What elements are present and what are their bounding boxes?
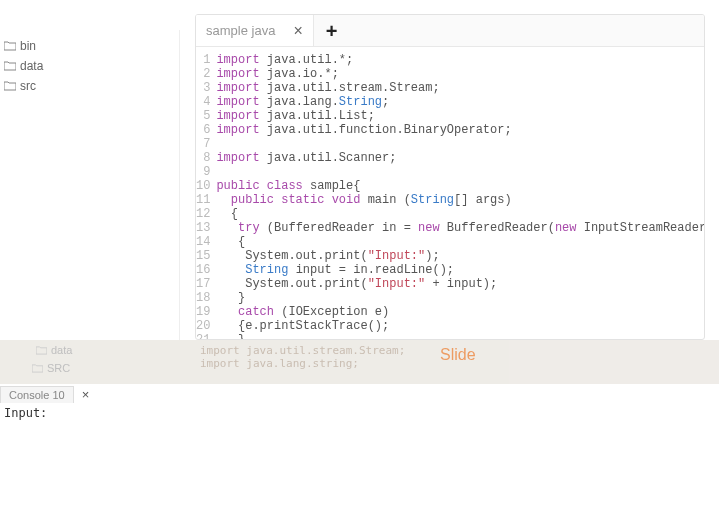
console-tabs: Console 10 ×	[0, 384, 719, 404]
code-lines: import java.util.*;import java.io.*;impo…	[216, 53, 704, 339]
folder-item-data[interactable]: data	[0, 56, 179, 76]
folder-icon	[4, 81, 16, 91]
code-line: try (BufferedReader in = new BufferedRea…	[216, 221, 704, 235]
sidebar: bindatasrc	[0, 30, 180, 340]
folder-label: data	[20, 59, 43, 73]
folder-label: bin	[20, 39, 36, 53]
console-panel: Console 10 × Input:	[0, 384, 719, 502]
code-line: import java.util.function.BinaryOperator…	[216, 123, 704, 137]
code-line: {	[216, 235, 704, 249]
tab-sample-java[interactable]: sample java ×	[196, 15, 314, 46]
overlay-code: import java.util.stream.Stream;import ja…	[200, 344, 405, 370]
code-line: import java.io.*;	[216, 67, 704, 81]
code-line: }	[216, 291, 704, 305]
folder-icon	[4, 41, 16, 51]
code-line	[216, 165, 704, 179]
code-line: import java.util.Scanner;	[216, 151, 704, 165]
code-line: catch (IOException e)	[216, 305, 704, 319]
code-line: import java.util.stream.Stream;	[216, 81, 704, 95]
overlay-folder-data: data	[36, 344, 200, 356]
tab-bar: sample java × +	[196, 15, 704, 47]
overlay-slide: data SRC import java.util.stream.Stream;…	[0, 340, 719, 384]
console-output: Input:	[0, 404, 719, 422]
code-line: String input = in.readLine();	[216, 263, 704, 277]
console-tab[interactable]: Console 10	[0, 386, 74, 403]
code-line: }	[216, 333, 704, 339]
folder-item-src[interactable]: src	[0, 76, 179, 96]
code-line: public static void main (String[] args)	[216, 193, 704, 207]
folder-label: src	[20, 79, 36, 93]
slide-label: Slide	[440, 346, 476, 364]
code-line: {e.printStackTrace();	[216, 319, 704, 333]
overlay-folder-src: SRC	[32, 362, 200, 374]
code-line: import java.util.List;	[216, 109, 704, 123]
code-line: import java.lang.String;	[216, 95, 704, 109]
code-line: System.out.print("Input:" + input);	[216, 277, 704, 291]
add-tab-button[interactable]: +	[314, 21, 350, 41]
editor-panel: sample java × + 123456789101112131415161…	[195, 14, 705, 340]
line-gutter: 123456789101112131415161718192021	[196, 53, 216, 339]
close-icon[interactable]: ×	[293, 23, 302, 39]
code-line: {	[216, 207, 704, 221]
code-line: System.out.print("Input:");	[216, 249, 704, 263]
close-icon[interactable]: ×	[74, 387, 98, 402]
code-line: public class sample{	[216, 179, 704, 193]
code-editor[interactable]: 123456789101112131415161718192021 import…	[196, 47, 704, 339]
folder-icon	[4, 61, 16, 71]
code-line: import java.util.*;	[216, 53, 704, 67]
folder-item-bin[interactable]: bin	[0, 36, 179, 56]
code-line	[216, 137, 704, 151]
tab-label: sample java	[206, 23, 275, 38]
